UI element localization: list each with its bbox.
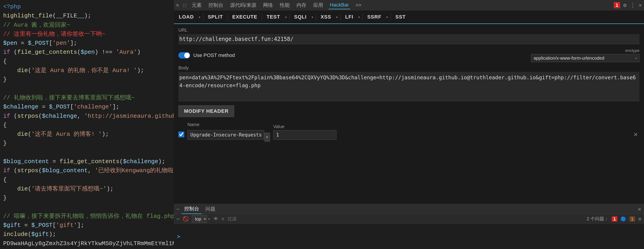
xss-arrow[interactable]: ▾: [335, 13, 339, 21]
tab-console[interactable]: 控制台: [207, 1, 225, 10]
console-icon: ⋯: [176, 206, 179, 212]
more-icon[interactable]: ⋮: [630, 2, 636, 9]
lfi-arrow[interactable]: ▾: [357, 13, 361, 21]
code-line: [3, 84, 171, 93]
console-menu-icon[interactable]: ⋯: [176, 216, 180, 222]
code-line: }: [3, 75, 171, 84]
tab-memory[interactable]: 内存: [295, 1, 308, 10]
console-body: >: [174, 224, 644, 249]
filter-icon: ▽: [222, 216, 224, 222]
header-row: Name ▾ Value ✕: [178, 122, 640, 142]
test-arrow[interactable]: ▾: [284, 13, 288, 21]
header-name-arrow[interactable]: ▾: [264, 133, 270, 142]
enctype-group: enctype application/x-www-form-urlencode…: [531, 48, 640, 62]
enctype-select[interactable]: application/x-www-form-urlencoded multip…: [531, 54, 640, 62]
console-warn-badge: 1: [629, 216, 635, 222]
hackbar-toolbar: LOAD ▾ SPLIT EXECUTE TEST ▾ SQLI ▾ XSS ▾…: [174, 11, 644, 24]
header-name-label: Name: [188, 122, 270, 127]
console-tabs: ⋯ 控制台 问题 ✕: [174, 204, 644, 214]
code-line: <?php: [3, 2, 171, 11]
url-field-row: URL: [178, 28, 640, 44]
execute-button[interactable]: EXECUTE: [229, 12, 260, 22]
tab-elements[interactable]: 元素: [190, 1, 203, 10]
close-icon[interactable]: ✕: [639, 2, 642, 8]
eye-icon[interactable]: 👁: [214, 216, 218, 222]
post-toggle-group: Use POST method: [178, 52, 235, 59]
console-toolbar-right: 2 个问题： 1 🔵 1 ⚙: [587, 216, 641, 222]
error-count-badge: 1: [614, 2, 620, 8]
console-gear-icon[interactable]: ⚙: [638, 216, 641, 222]
code-line: }: [3, 139, 171, 148]
sqli-arrow[interactable]: ▾: [310, 13, 314, 21]
code-line: include($gift);: [3, 230, 171, 239]
issues-label: 2 个问题：: [587, 216, 608, 222]
code-line: {: [3, 121, 171, 130]
body-textarea[interactable]: pen=data%3A%2F%2Ftext%2Fplain%3Bbase64%2…: [178, 72, 640, 101]
code-line: if (strpos($challenge, 'http://jasmineau…: [3, 112, 171, 121]
gear-icon[interactable]: ⚙: [623, 2, 626, 8]
box-icon[interactable]: ⬚: [183, 2, 186, 8]
header-checkbox[interactable]: [178, 131, 184, 137]
ssrf-arrow[interactable]: ▾: [385, 13, 389, 21]
header-name-col: Name ▾: [188, 122, 270, 142]
console-toolbar: ⋯ 🚫 top ▾ 👁 ▽ 2 个问题： 1 🔵 1 ⚙: [174, 214, 644, 224]
tab-network[interactable]: 网络: [262, 1, 274, 10]
console-prompt[interactable]: >: [177, 233, 180, 240]
lfi-button[interactable]: LFI: [342, 12, 356, 22]
clear-console-icon[interactable]: 🚫: [183, 216, 189, 222]
ssrf-button[interactable]: SSRF: [364, 12, 384, 22]
sqli-button[interactable]: SQLI: [291, 12, 310, 22]
tab-hackbar[interactable]: HackBar: [328, 1, 350, 9]
header-name-input[interactable]: [188, 130, 264, 140]
code-line: die('请去博客里面写下感想哦~');: [3, 184, 171, 193]
code-line: {: [3, 175, 171, 184]
tab-sources[interactable]: 源代码/来源: [229, 1, 258, 10]
split-button[interactable]: SPLIT: [204, 12, 226, 22]
tab-more[interactable]: >>: [354, 1, 363, 9]
filter-input[interactable]: [228, 216, 250, 221]
code-editor: <?php highlight_file(__FILE__); // Aura …: [0, 0, 174, 249]
code-line: $pen = $_POST['pen'];: [3, 39, 171, 48]
post-method-label: Use POST method: [193, 52, 235, 58]
body-field-row: Body pen=data%3A%2F%2Ftext%2Fplain%3Bbas…: [178, 65, 640, 101]
code-line: // 礼物收到啦，接下来要去博客里面写下感想哦~: [3, 93, 171, 102]
xss-button[interactable]: XSS: [318, 12, 334, 22]
console-error-badge: 1: [612, 216, 617, 222]
code-line: {: [3, 57, 171, 66]
test-button[interactable]: TEST: [263, 12, 283, 22]
modify-header-button[interactable]: MODIFY HEADER: [178, 105, 234, 117]
header-value-col: Value: [273, 124, 336, 140]
url-input[interactable]: [178, 34, 640, 44]
cursor-icon[interactable]: ⇱: [176, 2, 179, 8]
code-line: }: [3, 193, 171, 202]
tab-issues-bottom[interactable]: 问题: [203, 204, 218, 214]
devtools-topbar: ⇱ ⬚ 元素 控制台 源代码/来源 网络 性能 内存 应用 HackBar >>…: [174, 0, 644, 11]
tab-performance[interactable]: 性能: [278, 1, 291, 10]
header-name-input-group: ▾: [188, 128, 270, 142]
options-row: Use POST method enctype application/x-ww…: [178, 48, 640, 62]
enctype-wrapper: application/x-www-form-urlencoded multip…: [531, 54, 640, 62]
top-selector-arrow: ▾: [208, 216, 210, 221]
code-line: die('这是 Aura 的礼物，你不是 Aura! ');: [3, 66, 171, 75]
header-value-input[interactable]: [273, 130, 336, 140]
load-arrow[interactable]: ▾: [197, 13, 202, 21]
code-line: $gift = $_POST['gift'];: [3, 221, 171, 230]
code-line: // 嘻嘛，接下来要拆开礼物啦，悄悄告诉你，礼物在 flag.php 里面哦~: [3, 212, 171, 221]
sst-button[interactable]: SST: [392, 12, 409, 22]
load-button[interactable]: LOAD: [176, 12, 197, 22]
code-line: // 这里有一份礼物，请你签收一下哟~: [3, 30, 171, 39]
code-line: if (file_get_contents($pen) !== 'Aura'): [3, 48, 171, 57]
code-line: $challenge = $_POST['challenge'];: [3, 102, 171, 111]
post-method-toggle[interactable]: [178, 52, 190, 59]
tab-console-bottom[interactable]: 控制台: [182, 204, 202, 214]
code-line: [3, 148, 171, 157]
top-selector[interactable]: top: [192, 215, 207, 223]
top-selector-group: top ▾: [192, 215, 210, 223]
tab-application[interactable]: 应用: [312, 1, 324, 10]
code-line: [3, 203, 171, 212]
hackbar-content: URL Use POST method enctype application/…: [174, 24, 644, 204]
console-close-icon[interactable]: ✕: [638, 206, 641, 212]
code-line: highlight_file(__FILE__);: [3, 11, 171, 20]
header-close-icon[interactable]: ✕: [632, 129, 640, 139]
enctype-label: enctype: [625, 48, 640, 53]
